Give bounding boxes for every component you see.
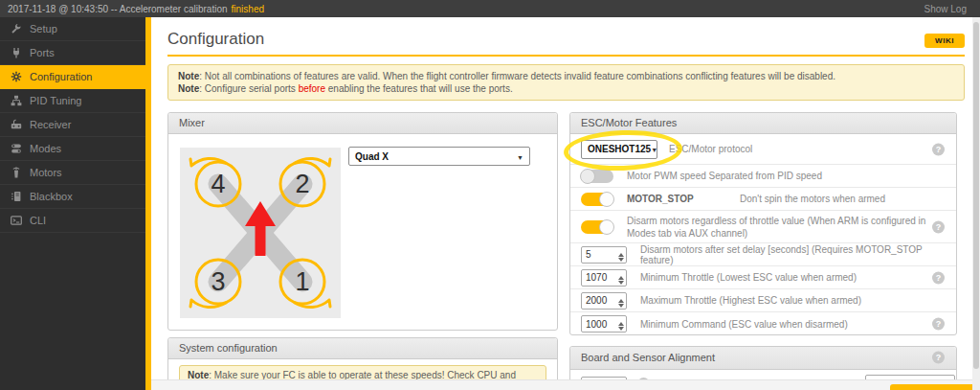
motor-pwm-row: Motor PWM speed Separated from PID speed	[570, 165, 956, 188]
wrench-icon	[10, 23, 23, 34]
row-label: Don't spin the motors when armed	[740, 194, 885, 204]
quad-x-svg: 4 2 3 1	[180, 148, 341, 318]
note-text: : Not all combinations of features are v…	[199, 71, 835, 81]
sidebar-item-label: Motors	[30, 167, 62, 178]
note-label: Note	[178, 71, 199, 81]
board-panel-header: Board and Sensor Alignment	[570, 347, 956, 370]
number-field	[581, 269, 627, 287]
notice-box: Note: Not all combinations of features a…	[167, 64, 965, 101]
number-field	[581, 246, 627, 264]
note-text: enabling the features that will use the …	[325, 83, 513, 94]
mixer-type-select[interactable]: Quad X	[348, 147, 530, 166]
sidebar-item-label: Configuration	[30, 71, 92, 82]
sidebar-item-setup[interactable]: Setup	[0, 17, 145, 41]
quad-x-diagram: 4 2 3 1	[180, 148, 341, 318]
note-text: : Configure serial ports	[199, 83, 298, 94]
scrollbar[interactable]	[972, 17, 980, 390]
plug-icon	[10, 47, 23, 58]
stepper-arrows-icon[interactable]	[618, 319, 624, 333]
stepper-arrows-icon[interactable]	[618, 250, 624, 264]
board-panel-title: Board and Sensor Alignment	[581, 352, 715, 363]
esc-panel-header: ESC/Motor Features	[570, 113, 956, 134]
row-label: Maximum Throttle (Highest ESC value when…	[640, 295, 861, 306]
sidebar-item-label: Receiver	[30, 119, 71, 130]
row-label: Disarm motors regardless of throttle val…	[627, 215, 945, 240]
log-text: 2017-11-18 @ 10:43:50 -- Accelerometer c…	[8, 4, 228, 14]
help-icon[interactable]	[932, 143, 945, 155]
help-icon[interactable]	[932, 352, 945, 364]
sidebar-item-label: PID Tuning	[30, 95, 81, 106]
motor-stop-row: MOTOR_STOP Don't spin the motors when ar…	[570, 188, 956, 211]
chevron-down-icon	[517, 151, 523, 162]
sidebar-item-ports[interactable]: Ports	[0, 41, 145, 65]
title-underline	[167, 55, 965, 57]
esc-protocol-select[interactable]: ONESHOT125	[581, 140, 657, 159]
motor-stop-toggle[interactable]	[581, 193, 613, 206]
motor-pwm-toggle[interactable]	[581, 170, 613, 183]
configurator-window: 2017-11-18 @ 10:43:50 -- Accelerometer c…	[0, 0, 980, 390]
motor-number-4: 4	[211, 170, 225, 198]
sidebar-item-cli[interactable]: CLI	[0, 209, 145, 233]
log-message: 2017-11-18 @ 10:43:50 -- Accelerometer c…	[8, 4, 264, 14]
terminal-icon	[10, 215, 23, 226]
sitemap-icon	[10, 95, 23, 106]
mixer-type-value: Quad X	[355, 151, 389, 162]
show-log-button[interactable]: Show Log	[924, 4, 967, 14]
sidebar-item-label: Setup	[30, 23, 57, 34]
motor-icon	[10, 167, 23, 178]
save-button[interactable]	[890, 384, 980, 390]
stepper-arrows-icon[interactable]	[618, 273, 624, 287]
sidebar-item-label: Modes	[30, 143, 61, 154]
note-emphasis: before	[299, 83, 325, 94]
help-icon[interactable]	[932, 318, 945, 331]
esc-protocol-value: ONESHOT125	[588, 144, 651, 154]
sidebar-item-configuration[interactable]: Configuration	[0, 65, 145, 89]
help-icon[interactable]	[932, 271, 945, 284]
mixer-panel-header: Mixer	[168, 113, 557, 134]
system-panel-header: System configuration	[168, 338, 557, 359]
log-status: finished	[232, 4, 264, 14]
esc-protocol-row: ONESHOT125 ESC/Motor protocol	[570, 134, 956, 165]
feature-name: MOTOR_STOP	[627, 194, 740, 204]
note-label: Note	[178, 83, 199, 94]
max-throttle-row: Maximum Throttle (Highest ESC value when…	[570, 289, 956, 312]
blackbox-icon	[10, 191, 23, 202]
toggle-knob	[599, 219, 614, 235]
sidebar-item-modes[interactable]: Modes	[0, 137, 145, 161]
page-title: Configuration	[167, 30, 264, 49]
mixer-panel: Mixer 4 2 3 1	[167, 112, 558, 331]
sidebar-item-label: Blackbox	[30, 191, 73, 202]
wiki-button[interactable]: WIKI	[924, 34, 965, 48]
sidebar-item-motors[interactable]: Motors	[0, 161, 145, 185]
row-label: Minimum Command (ESC value when disarmed…	[640, 319, 848, 330]
footer-bar	[151, 379, 980, 390]
help-icon[interactable]	[932, 220, 945, 233]
notice-line-2: Note: Configure serial ports before enab…	[178, 82, 954, 95]
sidebar-item-receiver[interactable]: Receiver	[0, 113, 145, 137]
chevron-down-icon	[651, 144, 657, 154]
row-label: Disarm motors after set delay [seconds] …	[640, 244, 956, 265]
top-status-bar: 2017-11-18 @ 10:43:50 -- Accelerometer c…	[0, 0, 980, 17]
motor-number-1: 1	[295, 267, 309, 296]
modes-icon	[10, 143, 23, 154]
accent-stripe	[145, 17, 151, 390]
disarm-motors-toggle[interactable]	[581, 220, 613, 234]
number-field	[581, 315, 627, 333]
sidebar-item-label: Ports	[30, 47, 55, 58]
number-field	[581, 292, 627, 310]
row-label: Minimum Throttle (Lowest ESC value when …	[640, 272, 857, 283]
stepper-arrows-icon[interactable]	[618, 296, 624, 310]
sidebar-nav: Setup Ports Configuration PID Tuning Rec…	[0, 17, 145, 390]
sidebar-item-blackbox[interactable]: Blackbox	[0, 185, 145, 209]
direction-arrow-shaft	[256, 226, 266, 256]
esc-motor-features-panel: ESC/Motor Features ONESHOT125 ESC/Motor …	[569, 112, 957, 335]
scrollbar-thumb[interactable]	[973, 22, 979, 369]
min-throttle-row: Minimum Throttle (Lowest ESC value when …	[570, 266, 956, 289]
sidebar-item-pid-tuning[interactable]: PID Tuning	[0, 89, 145, 113]
gear-icon	[10, 71, 23, 82]
motor-number-3: 3	[211, 267, 225, 296]
disarm-delay-row: Disarm motors after set delay [seconds] …	[570, 243, 956, 266]
toggle-knob	[580, 169, 595, 184]
row-label: Motor PWM speed Separated from PID speed	[627, 171, 822, 181]
motor-number-2: 2	[295, 170, 309, 198]
